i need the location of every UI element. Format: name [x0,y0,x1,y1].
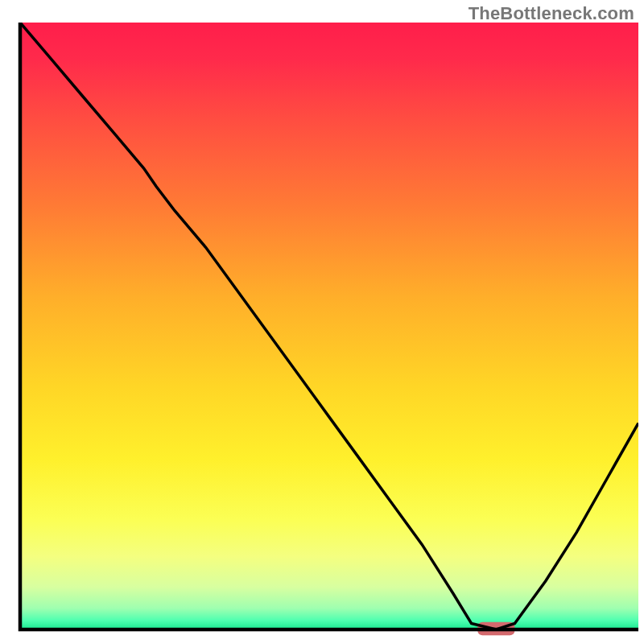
plot-background [20,23,638,630]
chart-container: TheBottleneck.com [0,0,644,644]
chart-svg [0,0,644,644]
